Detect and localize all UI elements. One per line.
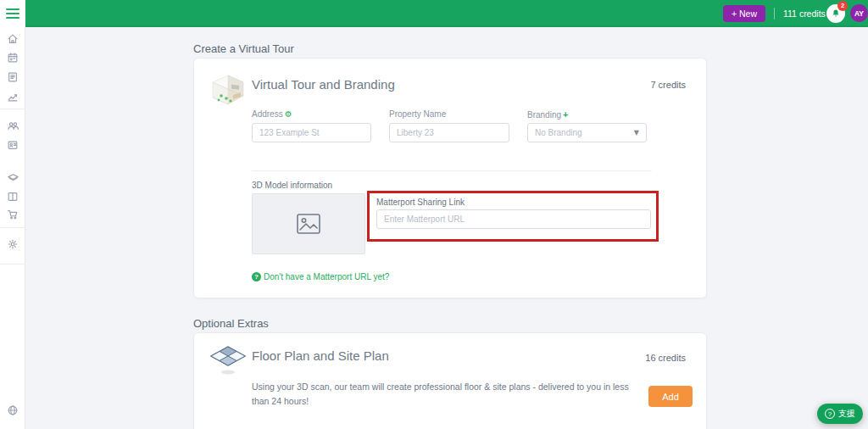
credits-balance: 111 credits: [783, 8, 826, 19]
model-thumbnail-placeholder[interactable]: [252, 193, 365, 254]
question-circle-icon: ?: [825, 409, 835, 419]
cart-icon[interactable]: [6, 208, 19, 221]
chevron-down-icon: ▼: [634, 129, 639, 136]
card-credits: 7 credits: [650, 80, 686, 90]
virtual-tour-illustration-icon: [209, 72, 247, 111]
branding-select[interactable]: No Branding ▼: [527, 123, 647, 142]
property-name-input[interactable]: [389, 123, 509, 142]
address-input[interactable]: [252, 123, 371, 142]
panels-icon[interactable]: [6, 190, 19, 203]
model-info-label: 3D Model information: [252, 181, 332, 190]
extras-section-title: Optional Extras: [193, 317, 269, 330]
card-credits: 16 credits: [645, 353, 686, 363]
card-divider: [252, 170, 652, 171]
floor-plan-illustration-icon: [208, 340, 248, 382]
card-title: Floor Plan and Site Plan: [252, 348, 389, 363]
gear-icon[interactable]: [6, 237, 19, 251]
floor-plan-description: Using your 3D scan, our team will create…: [252, 380, 642, 409]
sidebar-divider: [0, 227, 25, 228]
matterport-help-link[interactable]: ? Don't have a Matterport URL yet?: [252, 272, 389, 281]
branding-selected-value: No Branding: [535, 128, 582, 137]
sidebar-nav: [0, 27, 25, 429]
virtual-tour-card: Virtual Tour and Branding 7 credits Addr…: [193, 58, 707, 298]
chart-icon[interactable]: [6, 90, 19, 103]
people-icon[interactable]: [6, 119, 19, 132]
home-icon[interactable]: [6, 32, 19, 46]
matterport-url-input[interactable]: [376, 209, 651, 229]
property-name-label: Property Name: [389, 109, 446, 119]
layers-icon[interactable]: [6, 171, 19, 185]
notification-badge: 2: [837, 1, 848, 11]
globe-icon[interactable]: [6, 404, 19, 417]
image-placeholder-icon: [296, 213, 321, 235]
new-button[interactable]: + New: [723, 5, 765, 22]
matterport-link-label: Matterport Sharing Link: [376, 198, 465, 207]
id-card-icon[interactable]: [6, 138, 19, 152]
top-navbar: + New 111 credits 2 AY: [25, 0, 868, 27]
page-title: Create a Virtual Tour: [193, 42, 294, 55]
sidebar-divider: [0, 264, 25, 265]
card-title: Virtual Tour and Branding: [252, 77, 395, 92]
address-label: Address⚙: [252, 109, 292, 119]
hamburger-menu-icon[interactable]: [0, 0, 25, 27]
branding-label: Branding+: [527, 109, 568, 120]
add-floor-plan-button[interactable]: Add: [648, 386, 693, 407]
support-label: 支援: [838, 408, 855, 420]
question-circle-icon: ?: [252, 272, 261, 281]
topbar-divider: [774, 8, 775, 20]
notifications-bell-icon[interactable]: 2: [826, 4, 845, 23]
support-button[interactable]: ? 支援: [817, 404, 863, 424]
floor-plan-card: Floor Plan and Site Plan 16 credits Usin…: [193, 332, 707, 429]
avatar[interactable]: AY: [850, 4, 868, 22]
add-branding-plus-icon[interactable]: +: [563, 109, 568, 120]
matterport-highlight-box: Matterport Sharing Link: [367, 191, 659, 242]
sidebar-divider: [0, 109, 25, 109]
help-link-text: Don't have a Matterport URL yet?: [264, 272, 389, 281]
calendar-icon[interactable]: [6, 51, 19, 64]
document-icon[interactable]: [6, 70, 19, 84]
address-settings-gear-icon[interactable]: ⚙: [285, 109, 292, 119]
